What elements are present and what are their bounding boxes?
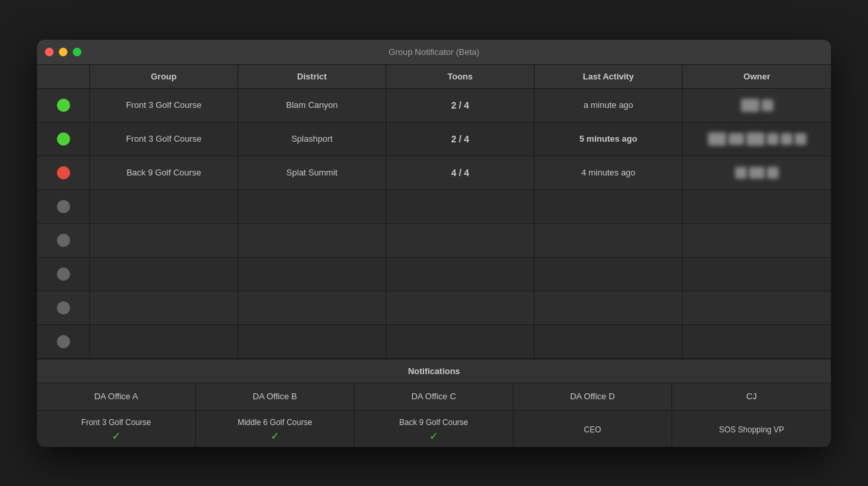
- owner-avatar-container: [708, 132, 806, 146]
- district-cell: Splashport: [238, 122, 386, 156]
- status-dot-empty: [57, 267, 70, 281]
- group-cell: Front 3 Golf Course: [90, 122, 238, 156]
- table-row[interactable]: Front 3 Golf Course Splashport 2 / 4 5 m…: [37, 122, 831, 156]
- toons-cell: 2 / 4: [386, 122, 535, 156]
- status-cell: [37, 89, 90, 122]
- notif-item-4[interactable]: SOS Shopping VP: [672, 411, 831, 447]
- owner-avatar: [708, 132, 726, 146]
- toons-cell: [386, 190, 535, 223]
- owner-avatar: [781, 133, 793, 145]
- district-cell: [238, 258, 386, 291]
- notif-item-2[interactable]: Back 9 Golf Course ✓: [355, 411, 513, 447]
- window-title: Group Notificator (Beta): [388, 47, 479, 57]
- district-cell: [238, 325, 386, 358]
- col-header-group: Group: [90, 65, 238, 88]
- owner-avatar: [749, 167, 765, 179]
- toons-cell: [386, 291, 535, 324]
- status-dot-empty: [57, 301, 70, 315]
- status-dot-empty: [57, 200, 70, 213]
- owner-avatar: [735, 167, 747, 179]
- close-button[interactable]: [45, 48, 54, 56]
- group-cell: Front 3 Golf Course: [90, 89, 238, 122]
- checkmark-icon: ✓: [429, 430, 438, 442]
- notif-item-1[interactable]: Middle 6 Golf Course ✓: [196, 411, 355, 447]
- group-cell: [90, 190, 238, 223]
- table-row: [37, 291, 831, 325]
- owner-cell: [683, 325, 831, 358]
- notif-item-3[interactable]: CEO: [513, 411, 672, 447]
- owner-avatar: [728, 133, 744, 145]
- status-dot-red: [57, 166, 70, 179]
- owner-avatar-container: [741, 99, 773, 112]
- owner-avatar: [767, 133, 779, 145]
- notif-col-0: DA Office A: [37, 383, 196, 410]
- owner-avatar: [767, 167, 779, 179]
- owner-cell: [683, 258, 831, 291]
- activity-cell: [535, 190, 683, 223]
- group-cell: [90, 325, 238, 358]
- col-header-status: [37, 65, 90, 88]
- status-cell: [37, 325, 90, 358]
- owner-cell: [683, 190, 831, 223]
- status-dot-empty: [57, 234, 70, 247]
- district-cell: [238, 224, 386, 257]
- activity-cell: [535, 291, 683, 324]
- district-cell: [238, 291, 386, 324]
- status-cell: [37, 224, 90, 257]
- app-window: Group Notificator (Beta) Group District …: [37, 40, 831, 447]
- owner-cell: [683, 156, 831, 189]
- owner-cell: [683, 89, 831, 122]
- group-cell: Back 9 Golf Course: [90, 156, 238, 189]
- status-cell: [37, 156, 90, 189]
- notifications-column-headers: DA Office A DA Office B DA Office C DA O…: [37, 383, 831, 411]
- status-dot-green: [57, 99, 70, 112]
- col-header-activity: Last Activity: [535, 65, 683, 88]
- owner-avatar: [741, 99, 760, 112]
- status-dot-green: [57, 132, 70, 146]
- activity-cell: 5 minutes ago: [535, 122, 683, 156]
- district-cell: Splat Summit: [238, 156, 386, 189]
- group-cell: [90, 258, 238, 291]
- status-cell: [37, 190, 90, 223]
- toons-cell: [386, 224, 535, 257]
- owner-avatar-container: [735, 167, 779, 179]
- window-controls: [45, 48, 81, 56]
- notifications-items-row: Front 3 Golf Course ✓ Middle 6 Golf Cour…: [37, 411, 831, 447]
- toons-cell: [386, 325, 535, 358]
- notif-col-3: DA Office D: [513, 383, 672, 410]
- table-row[interactable]: Front 3 Golf Course Blam Canyon 2 / 4 a …: [37, 89, 831, 122]
- table-row: [37, 190, 831, 224]
- group-cell: [90, 224, 238, 257]
- status-cell: [37, 122, 90, 156]
- district-cell: Blam Canyon: [238, 89, 386, 122]
- owner-avatar: [761, 99, 773, 111]
- owner-cell: [683, 291, 831, 324]
- owner-avatar: [795, 133, 806, 145]
- activity-cell: a minute ago: [535, 89, 683, 122]
- main-table: Group District Toons Last Activity Owner…: [37, 65, 831, 447]
- district-cell: [238, 190, 386, 223]
- activity-cell: [535, 224, 683, 257]
- titlebar: Group Notificator (Beta): [37, 40, 831, 65]
- checkmark-icon: ✓: [112, 430, 120, 442]
- notifications-section-header: Notifications: [37, 359, 831, 383]
- owner-cell: [683, 224, 831, 257]
- activity-cell: [535, 258, 683, 291]
- status-cell: [37, 291, 90, 324]
- col-header-owner: Owner: [683, 65, 831, 88]
- notif-item-0[interactable]: Front 3 Golf Course ✓: [37, 411, 196, 447]
- table-header: Group District Toons Last Activity Owner: [37, 65, 831, 89]
- group-cell: [90, 291, 238, 324]
- minimize-button[interactable]: [59, 48, 67, 56]
- status-dot-empty: [57, 335, 70, 348]
- table-row: [37, 325, 831, 359]
- maximize-button[interactable]: [73, 48, 81, 56]
- checkmark-icon: ✓: [271, 430, 279, 442]
- notif-col-4: CJ: [672, 383, 831, 410]
- table-row[interactable]: Back 9 Golf Course Splat Summit 4 / 4 4 …: [37, 156, 831, 190]
- toons-cell: 2 / 4: [386, 89, 535, 122]
- col-header-district: District: [238, 65, 386, 88]
- table-row: [37, 258, 831, 291]
- col-header-toons: Toons: [386, 65, 535, 88]
- toons-cell: [386, 258, 535, 291]
